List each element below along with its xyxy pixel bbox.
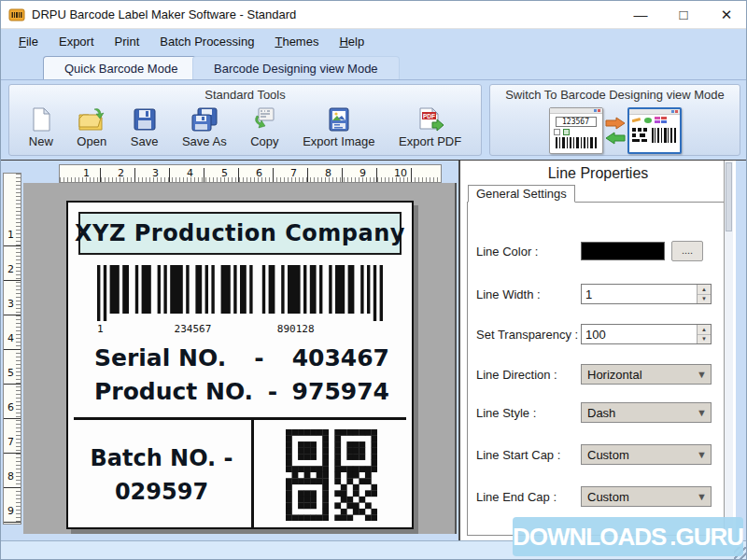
spin-down-icon[interactable]: ▼ <box>698 335 711 344</box>
chevron-down-icon: ▼ <box>697 449 707 460</box>
panel-title: Line Properties <box>460 161 736 182</box>
downloads-guru-watermark: DOWNLOADS .GURU <box>513 517 743 556</box>
standard-tools-title: Standard Tools <box>9 85 481 102</box>
spin-up-icon[interactable]: ▲ <box>698 285 711 295</box>
batch-label: Batch NO. - <box>90 445 233 471</box>
window-title: DRPU Barcode Label Maker Software - Stan… <box>32 7 296 21</box>
switch-mode-group: Switch To Barcode Designing view Mode 12… <box>489 84 740 156</box>
quick-mode-preview-icon[interactable]: 123567 <box>549 107 603 154</box>
line-properties-panel: Line Properties General Settings Line Co… <box>458 161 736 541</box>
scrollbar-thumb[interactable] <box>726 162 732 231</box>
company-name-object[interactable]: XYZ Production Company <box>78 212 402 255</box>
work-area: 12345678910 123456789 XYZ Production Com… <box>1 160 747 540</box>
menu-file[interactable]: File <box>8 32 49 51</box>
qr-code-object[interactable] <box>254 423 409 527</box>
chevron-down-icon: ▼ <box>697 491 707 502</box>
tab-general-settings[interactable]: General Settings <box>468 185 575 203</box>
mode-tabs: Quick Barcode ModeBarcode Designing view… <box>1 53 747 79</box>
design-canvas[interactable]: XYZ Production Company 1234567890128 Ser… <box>23 183 457 534</box>
minimize-icon[interactable]: — <box>619 1 662 28</box>
new-button[interactable]: New <box>29 105 53 148</box>
close-icon[interactable]: ✕ <box>705 1 747 28</box>
barcode-digits: 1234567890128 <box>97 323 383 336</box>
menu-themes[interactable]: Themes <box>264 32 329 51</box>
spin-down-icon[interactable]: ▼ <box>698 295 711 304</box>
properties-scrollbar[interactable] <box>724 161 733 541</box>
row-line-width: Line Width :1▲▼ <box>468 284 727 306</box>
toolbar: Standard Tools NewOpenSaveSave AsCopyExp… <box>1 79 747 160</box>
tab-barcode-designing-view-mode[interactable]: Barcode Designing view Mode <box>192 56 400 79</box>
export-image-icon <box>327 105 351 133</box>
serial-dash: - <box>254 344 263 371</box>
horizontal-divider-line[interactable] <box>74 417 406 420</box>
save-as-button[interactable]: Save As <box>182 105 227 148</box>
general-settings-group: Line Color :....Line Width :1▲▼Set Trans… <box>467 202 728 536</box>
product-dash: - <box>268 378 277 405</box>
export-image-button[interactable]: Export Image <box>303 105 374 148</box>
tab-quick-barcode-mode[interactable]: Quick Barcode Mode <box>43 56 199 79</box>
switch-mode-title: Switch To Barcode Designing view Mode <box>490 85 740 102</box>
product-value: 975974 <box>292 378 389 405</box>
company-name-text: XYZ Production Company <box>75 220 405 246</box>
line-direction-dropdown[interactable]: Horizontal▼ <box>581 364 712 385</box>
row-line-direction: Line Direction :Horizontal▼ <box>468 364 727 386</box>
color-browse-button[interactable]: .... <box>671 241 703 261</box>
row-line-end-cap: Line End Cap :Custom▼ <box>468 486 727 509</box>
copy-icon <box>251 105 277 133</box>
set-transparency-input[interactable]: 100▲▼ <box>581 324 712 344</box>
maximize-icon[interactable]: □ <box>662 1 705 28</box>
line-color-swatch[interactable] <box>581 242 665 260</box>
row-set-transparency: Set Transparency :100▲▼ <box>468 324 727 346</box>
menu-batch-processing[interactable]: Batch Processing <box>149 32 264 51</box>
menu-print[interactable]: Print <box>105 32 150 51</box>
svg-text:PDF: PDF <box>423 113 435 119</box>
export-pdf-button[interactable]: PDFExport PDF <box>399 105 461 148</box>
export-pdf-icon: PDF <box>416 105 444 133</box>
title-bar: DRPU Barcode Label Maker Software - Stan… <box>1 1 747 29</box>
row-line-color: Line Color :.... <box>468 241 727 263</box>
batch-value: 029597 <box>115 479 208 505</box>
copy-button[interactable]: Copy <box>250 105 278 148</box>
spin-up-icon[interactable]: ▲ <box>698 325 711 335</box>
open-button[interactable]: Open <box>77 105 106 148</box>
row-line-start-cap: Line Start Cap :Custom▼ <box>468 444 727 467</box>
barcode-label-preview[interactable]: XYZ Production Company 1234567890128 Ser… <box>66 201 414 529</box>
horizontal-ruler: 12345678910 <box>59 164 442 183</box>
linear-barcode-object[interactable]: 1234567890128 <box>97 265 383 338</box>
save-as-icon <box>190 105 218 133</box>
menu-export[interactable]: Export <box>49 32 105 51</box>
chevron-down-icon: ▼ <box>697 369 707 380</box>
watermark-right-text: .GURU <box>669 523 743 552</box>
switch-arrows-icon <box>605 117 626 145</box>
save-button[interactable]: Save <box>131 105 159 148</box>
watermark-left-text: DOWNLOADS <box>513 523 666 552</box>
line-style-dropdown[interactable]: Dash▼ <box>581 402 712 423</box>
batch-number-object[interactable]: Batch NO. - 029597 <box>74 427 249 524</box>
new-document-icon <box>29 105 53 133</box>
menu-bar: FileExportPrintBatch ProcessingThemesHel… <box>1 29 747 53</box>
row-line-style: Line Style :Dash▼ <box>468 402 727 425</box>
quick-mode-preview-text: 123567 <box>556 117 597 127</box>
serial-label: Serial NO. <box>94 344 226 371</box>
serial-value: 403467 <box>292 344 389 371</box>
app-icon <box>8 7 25 23</box>
product-label: Product NO. <box>94 378 253 405</box>
save-icon <box>133 105 157 133</box>
line-end-cap-dropdown[interactable]: Custom▼ <box>581 486 712 507</box>
vertical-ruler: 123456789 <box>3 173 21 525</box>
line-width-input[interactable]: 1▲▼ <box>581 284 712 304</box>
line-start-cap-dropdown[interactable]: Custom▼ <box>581 444 712 465</box>
standard-tools-group: Standard Tools NewOpenSaveSave AsCopyExp… <box>8 84 482 156</box>
product-number-object[interactable]: Product NO. - 975974 <box>94 378 389 405</box>
serial-number-object[interactable]: Serial NO. - 403467 <box>94 344 389 371</box>
open-folder-icon <box>78 105 106 133</box>
design-mode-preview-icon[interactable] <box>627 107 682 154</box>
chevron-down-icon: ▼ <box>697 407 707 418</box>
menu-help[interactable]: Help <box>329 32 374 51</box>
